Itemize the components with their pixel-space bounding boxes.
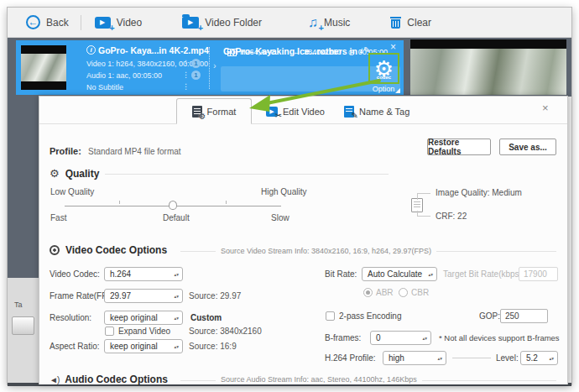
trash-icon — [390, 17, 401, 29]
gop-label: GOP: — [479, 311, 500, 321]
next-video-thumbnail[interactable] — [410, 39, 566, 95]
letterbox-bar — [410, 39, 566, 49]
thumbnail-image — [21, 54, 66, 81]
dialog-close-icon[interactable]: × — [542, 102, 549, 114]
fast-label: Fast — [50, 213, 66, 222]
add-music-button[interactable]: ♫+ Music — [308, 17, 350, 29]
remove-media-icon[interactable]: × — [390, 41, 396, 53]
custom-button[interactable]: Custom — [190, 313, 222, 322]
add-music-label: Music — [324, 17, 350, 29]
slow-label: Slow — [271, 213, 290, 222]
media-list-background-fragment — [8, 97, 39, 278]
edit-video-tab-icon: ▶✂ — [266, 107, 278, 117]
clear-label: Clear — [407, 17, 431, 29]
stepper-icon: ▴▾ — [549, 357, 554, 360]
add-video-folder-label: Video Folder — [205, 17, 262, 29]
video-thumbnail[interactable] — [21, 45, 66, 90]
stepper-icon: ▴▾ — [174, 295, 179, 298]
expand-video-label: Expand Video — [118, 327, 170, 336]
abr-radio[interactable] — [363, 288, 373, 297]
cbr-radio[interactable] — [399, 288, 408, 297]
quality-gear-icon: ⚙ — [50, 167, 60, 180]
stepper-icon: ▴▾ — [437, 357, 442, 360]
abr-label: ABR — [376, 288, 394, 297]
save-as-button[interactable]: Save as... — [499, 139, 556, 155]
media-list: GoPro- Kaya...in 4K-2.mp4 i Video 1: h26… — [8, 38, 571, 97]
audio-track-menu-icon[interactable]: ⋮ — [182, 71, 190, 79]
stepper-icon: ▴▾ — [428, 273, 433, 276]
main-toolbar: ← Back ▶+ Video ▶+ Video Folder ♫+ Music… — [8, 8, 571, 38]
level-label: Level: — [496, 353, 519, 363]
codec-option-dialog: ⚙ Format ▶✂ Edit Video ✎ Name & Tag × Pr… — [39, 96, 568, 384]
frame-rate-source: Source: 29.97 — [189, 291, 241, 301]
clear-button[interactable]: Clear — [390, 17, 431, 29]
aspect-ratio-dropdown[interactable]: keep original▴▾ — [104, 339, 183, 353]
bit-rate-dropdown[interactable]: Auto Calculate▴▾ — [362, 267, 437, 281]
clock-icon: ◷ — [348, 48, 355, 56]
video-codec-section-heading: Video Codec Options — [50, 244, 167, 256]
codec-option-button[interactable]: ⚙codec — [368, 53, 399, 84]
music-note-icon: ♫+ — [308, 17, 318, 29]
profile-value: Standard MP4 file format — [88, 147, 181, 156]
add-video-folder-button[interactable]: ▶+ Video Folder — [182, 17, 262, 29]
video-codec-label: Video Codec: — [50, 269, 100, 279]
add-video-icon: ▶+ — [95, 17, 111, 29]
add-video-button[interactable]: ▶+ Video — [95, 17, 142, 29]
lower-panel-fragment: Ta — [8, 278, 39, 383]
resolution-dropdown[interactable]: keep original▴▾ — [104, 311, 183, 325]
source-video-stream-info: Source Video Stream Info: 3840x2160, 16:… — [216, 247, 436, 255]
b-frames-dropdown[interactable]: 0▴▾ — [370, 331, 431, 345]
target-bit-rate-input[interactable] — [519, 267, 558, 281]
film-icon — [227, 49, 237, 56]
restore-defaults-button[interactable]: Restore Defaults — [427, 139, 491, 155]
info-icon[interactable]: i — [86, 45, 96, 55]
quality-slider-handle[interactable] — [169, 201, 177, 210]
cbr-label: CBR — [411, 288, 429, 297]
audio-codec-section-heading: ◄) Audio Codec Options — [50, 374, 168, 385]
gop-input[interactable] — [500, 309, 548, 323]
b-frames-note: * Not all devices support B-frames — [439, 333, 560, 342]
slider-tick — [119, 201, 120, 204]
bracket-bottom — [417, 211, 430, 217]
default-label: Default — [163, 213, 190, 222]
selected-media-card[interactable]: GoPro- Kaya...in 4K-2.mp4 i Video 1: h26… — [16, 40, 404, 95]
video-track-menu-icon[interactable]: ⋮ — [182, 59, 190, 67]
image-quality-value: Image Quality: Medium — [436, 188, 522, 197]
audio-track-count-badge: 1 — [191, 71, 201, 80]
resize-icon: ↔ — [293, 48, 300, 56]
target-bit-rate-label: Target Bit Rate(kbps): — [443, 269, 524, 279]
back-button[interactable]: ← Back — [26, 15, 69, 29]
corner-triangle-icon — [395, 88, 400, 93]
back-label: Back — [46, 17, 69, 29]
stepper-icon: ▴▾ — [174, 316, 179, 320]
film-reel-icon — [50, 245, 60, 255]
tab-format[interactable]: ⚙ Format — [176, 98, 252, 124]
name-tag-tab-icon: ✎ — [344, 106, 354, 118]
slider-tick — [226, 201, 227, 204]
two-pass-label: 2-pass Encoding — [339, 311, 402, 321]
level-dropdown[interactable]: 5.2▴▾ — [520, 351, 558, 365]
resolution-source: Source: 3840x2160 — [189, 327, 262, 336]
chevron-right-icon: › — [213, 60, 216, 71]
subtitle-menu-icon[interactable]: ⋮ — [182, 82, 190, 91]
crf-value: CRF: 22 — [436, 212, 467, 221]
bracket-top — [417, 193, 430, 200]
aspect-ratio-label: Aspect Ratio: — [50, 342, 99, 351]
video-codec-dropdown[interactable]: h.264▴▾ — [104, 267, 183, 281]
card-divider — [209, 47, 210, 89]
tab-name-tag[interactable]: ✎ Name & Tag — [344, 98, 409, 124]
resolution-badge: ↔ 3840x2160 — [293, 48, 342, 56]
low-quality-label: Low Quality — [50, 187, 94, 196]
add-video-label: Video — [117, 17, 142, 29]
toolbar-separator — [81, 15, 81, 30]
expand-video-checkbox[interactable] — [105, 327, 114, 336]
frame-rate-dropdown[interactable]: 29.97▴▾ — [104, 289, 183, 303]
h264-profile-dropdown[interactable]: high▴▾ — [383, 351, 446, 365]
format-button-fragment[interactable] — [12, 316, 34, 335]
video-track-count-badge: 1 — [191, 59, 201, 68]
quality-section-line — [105, 174, 389, 175]
two-pass-checkbox[interactable] — [326, 311, 335, 321]
audio-track-info: Audio 1: aac, 00:05:00 — [86, 71, 162, 80]
video-track-info: Video 1: h264, 3840x2160, 00:05:00 — [86, 60, 208, 68]
tab-edit-video[interactable]: ▶✂ Edit Video — [266, 98, 325, 124]
